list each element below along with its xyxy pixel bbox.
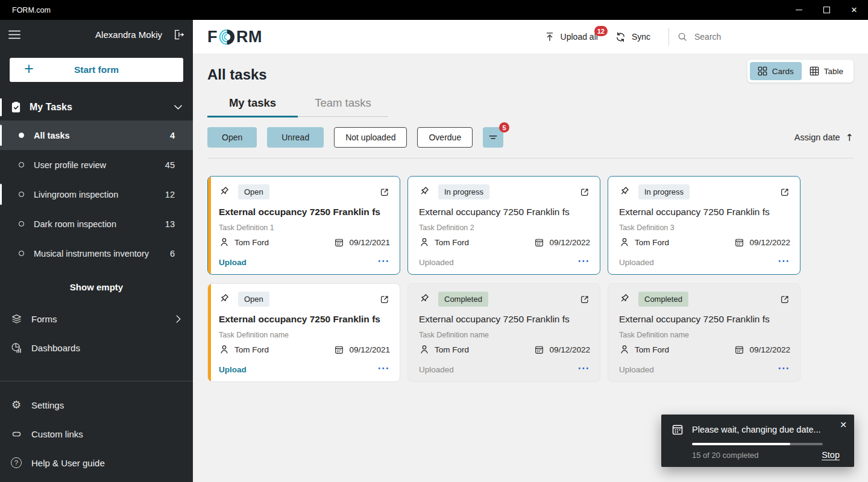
upload-link[interactable]: Upload: [219, 258, 247, 267]
more-filters-button[interactable]: 5: [483, 127, 503, 148]
task-card[interactable]: In progress External occupancy 7250 Fran…: [407, 176, 600, 275]
more-options-icon[interactable]: •••: [578, 258, 590, 266]
sidebar-item-forms[interactable]: Forms: [0, 304, 193, 333]
filter-chip-open[interactable]: Open: [207, 127, 257, 148]
more-options-icon[interactable]: •••: [778, 258, 790, 266]
nav-label: Forms: [31, 314, 57, 324]
maximize-button[interactable]: [813, 0, 840, 20]
start-form-label: Start form: [74, 64, 119, 75]
stop-button[interactable]: Stop: [822, 450, 840, 460]
bullet-icon: [19, 251, 24, 256]
open-external-icon[interactable]: [779, 187, 790, 198]
filter-chip-not-uploaded[interactable]: Not uploaded: [334, 127, 407, 148]
task-card[interactable]: Completed External occupancy 7250 Frankl…: [608, 283, 800, 382]
sidebar-item-dashboards[interactable]: Dashboards: [0, 333, 193, 362]
calendar-icon: [334, 237, 344, 248]
task-card[interactable]: In progress External occupancy 7250 Fran…: [608, 176, 800, 275]
open-external-icon[interactable]: [379, 294, 390, 305]
nav-label: Help & User guide: [31, 458, 105, 468]
task-title: External occupancy 7250 Franklin fs: [219, 314, 390, 325]
assignee-name: Tom Ford: [435, 345, 469, 354]
sidebar-item-dark-room-inspection[interactable]: Dark room inspection 13: [0, 209, 193, 239]
person-icon: [619, 237, 630, 248]
sidebar-item-help[interactable]: ? Help & User guide: [0, 448, 193, 477]
more-options-icon[interactable]: •••: [778, 366, 790, 374]
tasks-tabs: My tasks Team tasks: [207, 96, 388, 117]
sidebar-item-user-profile-review[interactable]: User profile review 45: [0, 150, 193, 180]
filter-chip-unread[interactable]: Unread: [267, 127, 324, 148]
sidebar-item-custom-links[interactable]: Custom links: [0, 419, 193, 448]
unread-indicator: [0, 98, 2, 116]
status-badge: In progress: [438, 184, 489, 199]
upload-link[interactable]: Upload: [219, 365, 247, 374]
maximize-icon: [823, 7, 830, 13]
due-date: 09/12/2022: [549, 238, 590, 247]
minimize-icon: [796, 10, 802, 11]
app-title: FORM.com: [12, 6, 51, 14]
sidebar-divider: [0, 381, 193, 381]
search-input[interactable]: [694, 32, 827, 42]
task-card[interactable]: Open External occupancy 7250 Franklin fs…: [207, 283, 400, 382]
more-options-icon[interactable]: •••: [378, 366, 390, 374]
more-options-icon[interactable]: •••: [578, 366, 590, 374]
content-divider: [207, 158, 854, 158]
open-external-icon[interactable]: [579, 187, 590, 198]
upload-status: Uploaded: [419, 365, 454, 374]
sidebar-section-my-tasks[interactable]: My Tasks: [0, 94, 193, 120]
sidebar-item-livingroom-inspection[interactable]: Livingroom inspection 12: [0, 180, 193, 209]
tab-my-tasks[interactable]: My tasks: [207, 96, 298, 117]
minimize-button[interactable]: [785, 0, 813, 20]
due-date: 09/12/2021: [349, 345, 390, 354]
search-icon: [677, 31, 688, 42]
start-form-button[interactable]: + Start form: [10, 58, 183, 82]
nav-label: Custom links: [31, 429, 83, 439]
task-list-count: 45: [165, 160, 175, 170]
cards-view-button[interactable]: Cards: [750, 62, 802, 80]
task-card[interactable]: Open External occupancy 7250 Franklin fs…: [207, 176, 400, 275]
task-definition: Task Definition 3: [619, 224, 790, 232]
sidebar-footer: ⚙ Settings Custom links ? Help & User gu…: [0, 390, 193, 477]
pin-icon: [419, 186, 430, 198]
assignee-name: Tom Ford: [635, 238, 669, 247]
status-badge: Completed: [438, 292, 488, 307]
sidebar-item-all-tasks[interactable]: All tasks 4: [0, 120, 193, 150]
toast-notification: Please wait, changing due date... ✕ 15 o…: [661, 415, 854, 467]
close-button[interactable]: ✕: [840, 0, 868, 20]
cards-view-label: Cards: [772, 67, 794, 76]
table-view-button[interactable]: Table: [802, 62, 851, 80]
task-definition: Task Definition name: [219, 331, 390, 339]
menu-button[interactable]: [8, 30, 20, 39]
task-list-count: 12: [165, 190, 175, 199]
filter-icon: [488, 133, 498, 142]
more-options-icon[interactable]: •••: [378, 258, 390, 266]
task-cards-grid: Open External occupancy 7250 Franklin fs…: [207, 176, 854, 382]
calendar-icon: [734, 237, 744, 248]
task-definition: Task Definition 2: [419, 224, 590, 232]
sign-out-button[interactable]: [172, 28, 184, 41]
task-card[interactable]: Completed External occupancy 7250 Frankl…: [407, 283, 600, 382]
section-label: My Tasks: [30, 102, 72, 113]
sync-button[interactable]: Sync: [615, 31, 650, 43]
progress-bar-fill: [692, 443, 790, 445]
sort-control[interactable]: Assign date ↑: [794, 132, 854, 143]
close-icon[interactable]: ✕: [840, 421, 847, 429]
task-definition: Task Definition name: [619, 331, 790, 339]
tab-team-tasks[interactable]: Team tasks: [298, 96, 388, 116]
show-empty-button[interactable]: Show empty: [70, 278, 123, 296]
filter-chip-overdue[interactable]: Overdue: [417, 127, 473, 148]
open-external-icon[interactable]: [779, 294, 790, 305]
logo-letter-f: F: [207, 28, 218, 46]
open-external-icon[interactable]: [379, 187, 390, 198]
task-title: External occupancy 7250 Franklin fs: [619, 207, 790, 218]
status-badge: Open: [238, 292, 269, 307]
upload-all-button[interactable]: Upload all 12: [544, 31, 598, 42]
sidebar-item-settings[interactable]: ⚙ Settings: [0, 390, 193, 419]
person-icon: [419, 344, 430, 355]
table-icon: [810, 66, 819, 76]
pie-chart-icon: [10, 342, 22, 354]
nav-label: Dashboards: [31, 343, 80, 353]
open-external-icon[interactable]: [579, 294, 590, 305]
toast-message: Please wait, changing due date...: [692, 425, 821, 434]
sidebar-item-musical-instruments-inventory[interactable]: Musical instruments inventory 6: [0, 239, 193, 268]
hamburger-icon: [8, 30, 20, 39]
